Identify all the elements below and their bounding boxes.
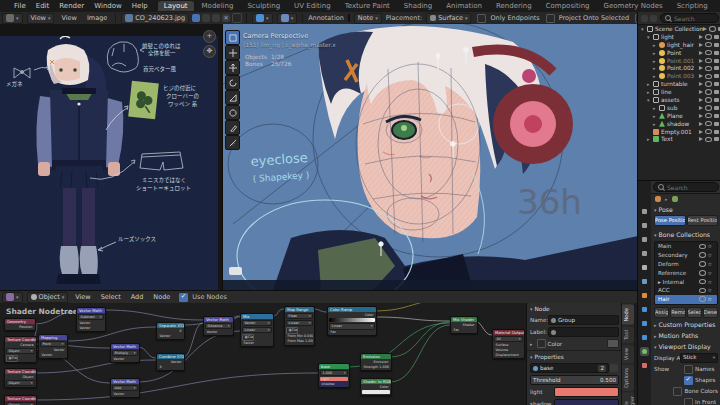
- editor-type-dropdown[interactable]: ▾: [2, 13, 23, 24]
- hide-icon[interactable]: [705, 34, 712, 40]
- render-icon[interactable]: [714, 114, 719, 118]
- selectable-icon[interactable]: [699, 90, 703, 94]
- selectable-icon[interactable]: [699, 82, 703, 86]
- checkbox-shapes[interactable]: [684, 376, 693, 385]
- selectable-icon[interactable]: [699, 106, 703, 110]
- image-mode-dropdown[interactable]: View▾: [27, 13, 55, 24]
- collection-visibility-icon[interactable]: [699, 288, 706, 294]
- hide-icon[interactable]: [705, 129, 712, 135]
- tool-transform-button[interactable]: [225, 105, 240, 120]
- outliner-row-line[interactable]: ▸line: [638, 88, 720, 96]
- add-workspace-button[interactable]: +: [716, 1, 720, 11]
- shadow-color-swatch[interactable]: [554, 399, 619, 405]
- checkbox-bone-colors[interactable]: [673, 387, 682, 396]
- outliner-row-point-002[interactable]: ▸Point.002: [638, 64, 720, 72]
- collection-visibility-icon[interactable]: [699, 296, 706, 302]
- image-fake-user-button[interactable]: [192, 14, 200, 22]
- light-color-swatch[interactable]: [554, 387, 619, 397]
- checkbox-in-front[interactable]: [684, 398, 693, 405]
- bone-collection-deform[interactable]: Deform☆: [655, 260, 717, 269]
- sidebar-tab-node-wrangler[interactable]: Node Wrangler: [622, 393, 634, 405]
- sidebar-tab-view[interactable]: View: [622, 345, 634, 363]
- hide-icon[interactable]: [705, 66, 712, 72]
- render-icon[interactable]: [714, 98, 719, 102]
- hide-icon[interactable]: [705, 50, 712, 56]
- outliner-search[interactable]: [660, 13, 719, 23]
- node-menu-select[interactable]: Select: [96, 293, 126, 301]
- render-icon[interactable]: [714, 82, 719, 86]
- collection-solo-icon[interactable]: ☆: [708, 296, 712, 302]
- desel-button[interactable]: Desel: [703, 307, 718, 318]
- collection-solo-icon[interactable]: ☆: [708, 261, 712, 267]
- selectable-icon[interactable]: [703, 27, 707, 31]
- custom-properties-panel-header[interactable]: ▸Custom Properties: [651, 319, 720, 330]
- properties-tab-tool-icon[interactable]: [640, 207, 649, 216]
- workspace-tab-texture-paint[interactable]: Texture Paint: [339, 1, 396, 11]
- node-menu-view[interactable]: View: [70, 293, 95, 301]
- render-icon[interactable]: [714, 74, 719, 78]
- node-menu-node[interactable]: Node: [148, 293, 175, 301]
- tool-rotate-button[interactable]: [225, 75, 240, 90]
- collection-visibility-icon[interactable]: [699, 252, 706, 258]
- outliner-search-input[interactable]: [674, 15, 704, 22]
- node-menu-add[interactable]: Add: [126, 293, 149, 301]
- image-datablock[interactable]: CO_240623.jpg: [121, 13, 189, 24]
- render-icon[interactable]: [714, 90, 719, 94]
- selectable-icon[interactable]: [699, 74, 703, 78]
- tool-annotate-button[interactable]: [225, 120, 240, 135]
- hide-icon[interactable]: [705, 58, 712, 64]
- checkbox-names[interactable]: [684, 365, 693, 374]
- menu-window[interactable]: Window: [89, 2, 127, 10]
- node-name-field[interactable]: Group: [548, 315, 619, 325]
- workspace-tab-compositing[interactable]: Compositing: [540, 1, 596, 11]
- image-new-button[interactable]: [212, 14, 220, 22]
- remove-button[interactable]: Remove: [670, 307, 685, 318]
- workspace-tab-shading[interactable]: Shading: [398, 1, 438, 11]
- pose-position-button[interactable]: Pose Position: [654, 215, 686, 226]
- note-layer-dropdown[interactable]: Note▾: [354, 13, 382, 24]
- workspace-tab-geometry-nodes[interactable]: Geometry Nodes: [598, 1, 669, 11]
- menu-help[interactable]: Help: [127, 2, 153, 10]
- render-icon[interactable]: [714, 35, 719, 39]
- assign-button[interactable]: Assign: [654, 307, 669, 318]
- selectable-icon[interactable]: [699, 98, 703, 102]
- outliner-filter-icon[interactable]: [641, 15, 648, 22]
- sidebar-tab-tool[interactable]: Tool: [622, 327, 634, 343]
- render-icon[interactable]: [714, 43, 719, 47]
- node-group-datablock[interactable]: base 2: [530, 363, 609, 373]
- selectable-icon[interactable]: [699, 137, 703, 141]
- node-editor-type-dropdown[interactable]: ▾: [2, 292, 23, 303]
- workspace-tab-uv-editing[interactable]: UV Editing: [288, 1, 337, 11]
- outliner-row-turntable[interactable]: ▸turntable: [638, 80, 720, 88]
- selectable-icon[interactable]: [699, 35, 703, 39]
- outliner-row-sub[interactable]: ▸sub: [638, 104, 720, 112]
- selectable-icon[interactable]: [699, 122, 703, 126]
- hide-icon[interactable]: [705, 113, 712, 119]
- tool-select-button[interactable]: [225, 30, 240, 45]
- node-combine-xyz[interactable]: Combine XYZVectorX: [156, 353, 185, 371]
- node-material-output[interactable]: Material OutputAll▾SurfaceVolumeDisplace…: [492, 329, 525, 359]
- outliner-row-point-001[interactable]: ▸Point.001: [638, 57, 720, 65]
- properties-tab-view-layer-icon[interactable]: [640, 249, 649, 258]
- collection-visibility-icon[interactable]: [699, 279, 706, 285]
- render-icon[interactable]: [714, 66, 719, 70]
- image-unlink-button[interactable]: ✕: [222, 14, 230, 22]
- bone-collection-secondary[interactable]: Secondary☆: [655, 251, 717, 260]
- selectable-icon[interactable]: [699, 43, 703, 47]
- node-color-swatch[interactable]: [607, 339, 619, 348]
- collection-solo-icon[interactable]: ☆: [708, 287, 712, 293]
- properties-tab-constraints-icon[interactable]: [640, 333, 649, 342]
- collection-solo-icon[interactable]: ☆: [708, 243, 712, 249]
- pan-control-button[interactable]: ✥: [203, 45, 216, 58]
- menu-file[interactable]: File: [9, 2, 31, 10]
- zoom-control-button[interactable]: +: [203, 30, 216, 43]
- outliner-row-point-003[interactable]: ▸Point.003: [638, 72, 720, 80]
- properties-tab-scene-icon[interactable]: [640, 263, 649, 272]
- hide-icon[interactable]: [705, 121, 712, 127]
- node-separate-xyz[interactable]: Separate XYZXVector: [156, 322, 185, 340]
- collection-solo-icon[interactable]: ☆: [708, 279, 712, 285]
- workspace-tab-layout[interactable]: Layout: [158, 1, 194, 11]
- node-color-row[interactable]: Color: [548, 341, 563, 347]
- properties-tab-object-data-icon[interactable]: [640, 347, 649, 356]
- properties-search-input[interactable]: [667, 184, 693, 191]
